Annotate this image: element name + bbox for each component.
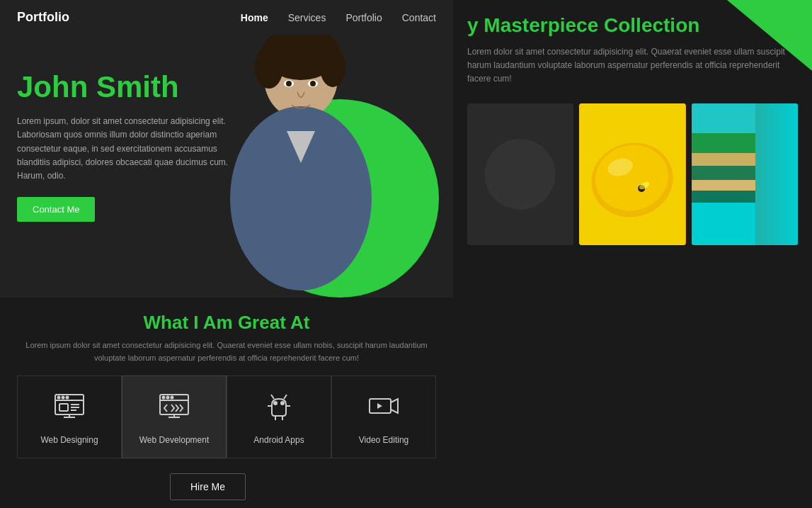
android-icon bbox=[236, 389, 322, 429]
right-top-content: y Masterpiece Collection Lorem dolor sit… bbox=[453, 0, 812, 103]
video-editing-icon bbox=[341, 389, 427, 429]
title-suffix: erpiece Collection bbox=[529, 14, 699, 36]
web-designing-label: Web Designing bbox=[26, 435, 113, 445]
navbar: Portfolio Home Services Portfolio Contac… bbox=[0, 0, 453, 35]
lemon-svg bbox=[579, 103, 685, 245]
skills-heading-highlight: Great At bbox=[238, 312, 310, 333]
svg-point-12 bbox=[485, 139, 556, 210]
nav-links: Home Services Portfolio Contact bbox=[241, 12, 436, 23]
hire-me-row: Hire Me bbox=[170, 473, 246, 500]
hero-content: John Smith Lorem ipsum, dolor sit amet c… bbox=[17, 71, 229, 222]
svg-point-31 bbox=[62, 397, 64, 399]
portfolio-img-1-svg bbox=[467, 103, 573, 245]
svg-rect-27 bbox=[692, 180, 798, 191]
portfolio-images bbox=[453, 103, 812, 245]
skill-video-editing[interactable]: Video Editing bbox=[331, 376, 436, 458]
svg-rect-33 bbox=[59, 404, 68, 411]
web-dev-label: Web Development bbox=[131, 435, 217, 445]
nav-contact[interactable]: Contact bbox=[402, 12, 436, 23]
skill-web-development[interactable]: Web Development bbox=[122, 376, 227, 458]
right-panel: y Masterpiece Collection Lorem dolor sit… bbox=[453, 0, 812, 508]
hero-description: Lorem ipsum, dolor sit amet consectetur … bbox=[17, 115, 229, 183]
android-label: Android Apps bbox=[236, 435, 322, 445]
skills-heading-prefix: What I Am bbox=[144, 312, 238, 333]
nav-services[interactable]: Services bbox=[288, 12, 326, 23]
web-designing-icon bbox=[26, 389, 113, 429]
hero-name: John Smith bbox=[17, 71, 229, 103]
skills-heading: What I Am Great At bbox=[17, 312, 436, 334]
web-dev-icon bbox=[131, 389, 217, 429]
hero-section: John Smith Lorem ipsum, dolor sit amet c… bbox=[0, 0, 453, 298]
svg-rect-23 bbox=[692, 164, 798, 181]
svg-point-48 bbox=[274, 402, 277, 405]
svg-point-3 bbox=[320, 47, 345, 87]
video-editing-label: Video Editing bbox=[341, 435, 427, 445]
nav-logo: Portfolio bbox=[17, 10, 69, 25]
nav-home[interactable]: Home bbox=[241, 12, 268, 23]
skill-web-designing[interactable]: Web Designing bbox=[17, 376, 122, 458]
svg-point-44 bbox=[171, 397, 173, 399]
portfolio-image-aerial bbox=[692, 103, 798, 245]
svg-point-42 bbox=[163, 397, 165, 399]
svg-line-50 bbox=[271, 395, 274, 399]
title-prefix: y Ma bbox=[467, 14, 511, 36]
svg-line-51 bbox=[284, 395, 287, 399]
collection-title: y Masterpiece Collection bbox=[467, 14, 798, 37]
contact-me-button[interactable]: Contact Me bbox=[17, 197, 95, 222]
svg-rect-22 bbox=[692, 132, 798, 153]
hire-me-button[interactable]: Hire Me bbox=[170, 473, 246, 500]
portfolio-image-lemon bbox=[579, 103, 685, 245]
svg-point-30 bbox=[58, 397, 60, 399]
skills-grid: Web Designing bbox=[17, 376, 436, 458]
svg-point-43 bbox=[167, 397, 169, 399]
skills-section: What I Am Great At Lorem ipsum dolor sit… bbox=[0, 298, 453, 458]
svg-rect-25 bbox=[692, 103, 798, 133]
svg-marker-57 bbox=[377, 403, 382, 409]
collection-description: Lorem dolor sit amet consectetur adipisi… bbox=[467, 45, 798, 86]
svg-point-32 bbox=[67, 397, 69, 399]
svg-point-2 bbox=[255, 46, 283, 89]
title-highlight: st bbox=[511, 14, 529, 36]
skills-subtext: Lorem ipsum dolor sit amet consectetur a… bbox=[17, 339, 436, 364]
svg-point-9 bbox=[286, 81, 292, 86]
nav-portfolio[interactable]: Portfolio bbox=[345, 12, 382, 23]
aerial-svg bbox=[692, 103, 798, 245]
person-svg bbox=[212, 21, 389, 298]
svg-point-49 bbox=[281, 402, 284, 405]
svg-rect-26 bbox=[692, 153, 798, 166]
skill-android-apps[interactable]: Android Apps bbox=[227, 376, 331, 458]
portfolio-image-1 bbox=[467, 103, 573, 245]
svg-point-10 bbox=[310, 81, 316, 86]
